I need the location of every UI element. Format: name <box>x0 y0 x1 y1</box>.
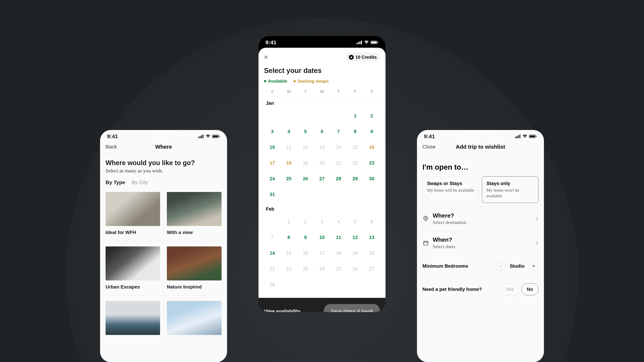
calendar-day[interactable]: 28 <box>264 277 281 292</box>
calendar-day[interactable]: 22 <box>347 155 364 171</box>
legend-green: Available <box>264 79 287 84</box>
where-section[interactable]: Where? Select destination <box>422 207 538 231</box>
svg-rect-16 <box>518 135 519 138</box>
save-dates-button[interactable]: Save dates & book <box>324 304 380 312</box>
calendar-day[interactable]: 7 <box>264 229 281 245</box>
calendar-day[interactable]: 18 <box>330 245 347 261</box>
where-sub: Select destination <box>433 220 532 225</box>
calendar-day[interactable]: 19 <box>297 155 314 171</box>
calendar-day[interactable]: 26 <box>347 261 364 277</box>
calendar-day[interactable]: 15 <box>281 245 297 261</box>
calendar-day[interactable]: 2 <box>297 214 314 229</box>
tab-by-city[interactable]: By City <box>132 180 148 185</box>
calendar-day[interactable]: 13 <box>363 229 380 245</box>
month-label: Jan <box>266 96 380 108</box>
calendar-day[interactable]: 16 <box>297 245 314 261</box>
calendar-day[interactable]: 13 <box>314 139 330 155</box>
calendar-day[interactable]: 21 <box>264 261 281 277</box>
calendar-day[interactable]: 10 <box>314 229 330 245</box>
calendar-day[interactable]: 31 <box>264 186 281 202</box>
calendar-day[interactable]: 8 <box>347 124 364 139</box>
type-card[interactable]: Urban Escapes <box>106 241 164 296</box>
calendar-day[interactable]: 20 <box>363 245 380 261</box>
calendar-day[interactable]: 3 <box>314 214 330 229</box>
calendar-day[interactable]: 16 <box>363 139 380 155</box>
calendar-day[interactable]: 25 <box>281 171 297 186</box>
calendar-day[interactable]: 18 <box>281 155 297 171</box>
calendar-day[interactable]: 14 <box>330 139 347 155</box>
phone-dates: 9:41 ★ 10 Credits Select your dates Avai… <box>258 36 386 312</box>
svg-rect-1 <box>200 136 200 138</box>
option-card[interactable]: Swaps or StaysMy home will be available <box>422 176 479 203</box>
calendar-day[interactable]: 12 <box>347 229 364 245</box>
close-icon[interactable] <box>264 55 268 59</box>
calendar-day[interactable]: 14 <box>264 245 281 261</box>
battery-icon <box>370 40 378 44</box>
calendar-day[interactable]: 23 <box>363 155 380 171</box>
svg-rect-19 <box>530 135 535 137</box>
calendar-day[interactable]: 6 <box>363 214 380 229</box>
calendar-day[interactable]: 10 <box>264 139 281 155</box>
status-icons <box>515 135 537 138</box>
month-label: Feb <box>266 202 380 214</box>
calendar-day[interactable]: 27 <box>363 261 380 277</box>
calendar-day[interactable]: 25 <box>330 261 347 277</box>
calendar-day[interactable]: 1 <box>347 108 364 124</box>
calendar-day[interactable]: 12 <box>297 139 314 155</box>
calendar-day[interactable]: 9 <box>297 229 314 245</box>
calendar-day[interactable]: 9 <box>363 124 380 139</box>
calendar-day[interactable]: 11 <box>330 229 347 245</box>
minus-button[interactable]: − <box>496 261 505 271</box>
calendar-day[interactable]: 17 <box>314 245 330 261</box>
type-card[interactable] <box>164 296 222 344</box>
status-time: 9:41 <box>266 39 276 45</box>
pet-yes-button[interactable]: Yes <box>500 283 520 295</box>
close-button[interactable]: Close <box>422 144 436 150</box>
calendar-day[interactable]: 5 <box>297 124 314 139</box>
calendar-day[interactable]: 27 <box>314 171 330 186</box>
calendar-day[interactable]: 7 <box>330 124 347 139</box>
calendar-day[interactable]: 24 <box>314 261 330 277</box>
tab-by-type[interactable]: By Type <box>106 180 125 185</box>
calendar-day[interactable]: 5 <box>347 214 364 229</box>
plus-button[interactable]: + <box>529 261 538 271</box>
option-card[interactable]: Stays onlyMy home won't be available <box>482 176 538 203</box>
calendar-day[interactable]: 1 <box>281 214 297 229</box>
calendar-day[interactable]: 28 <box>330 171 347 186</box>
calendar-day[interactable]: 23 <box>297 261 314 277</box>
calendar-day[interactable]: 29 <box>347 171 364 186</box>
calendar-day[interactable]: 17 <box>264 155 281 171</box>
calendar-day[interactable]: 6 <box>314 124 330 139</box>
status-bar: 9:41 <box>417 130 544 142</box>
calendar-day[interactable]: 30 <box>363 171 380 186</box>
credits-pill[interactable]: ★ 10 Credits <box>346 53 380 62</box>
calendar-day[interactable]: 4 <box>330 214 347 229</box>
calendar-day[interactable]: 26 <box>297 171 314 186</box>
calendar-day[interactable]: 11 <box>281 139 297 155</box>
type-card[interactable] <box>106 296 164 344</box>
back-button[interactable]: Back <box>106 144 117 150</box>
pet-no-button[interactable]: No <box>522 283 538 295</box>
calendar-day[interactable]: 20 <box>314 155 330 171</box>
calendar-day[interactable]: 22 <box>281 261 297 277</box>
type-card[interactable]: With a view <box>164 192 222 241</box>
calendar-day[interactable]: 19 <box>347 245 364 261</box>
calendar-day[interactable]: 4 <box>281 124 297 139</box>
chevron-right-icon <box>536 217 538 221</box>
calendar-day[interactable]: 2 <box>363 108 380 124</box>
when-section[interactable]: When? Select dates <box>422 231 538 255</box>
calendar-day[interactable]: 8 <box>281 229 297 245</box>
type-thumb <box>167 246 222 281</box>
calendar-day[interactable]: 24 <box>264 171 281 186</box>
type-thumb <box>167 192 222 226</box>
calendar-day[interactable]: 21 <box>330 155 347 171</box>
option-sub: My home won't be available <box>486 187 534 199</box>
type-card[interactable]: Ideal for WFH <box>106 192 164 241</box>
dot-icon <box>294 80 296 82</box>
type-card[interactable]: Nature Inspired <box>164 241 222 296</box>
view-availability-link[interactable]: View availability <box>264 309 300 312</box>
calendar-day[interactable]: 15 <box>347 139 364 155</box>
credits-label: 10 Credits <box>356 55 377 60</box>
calendar-day[interactable]: 3 <box>264 124 281 139</box>
cellular-icon <box>356 40 362 44</box>
